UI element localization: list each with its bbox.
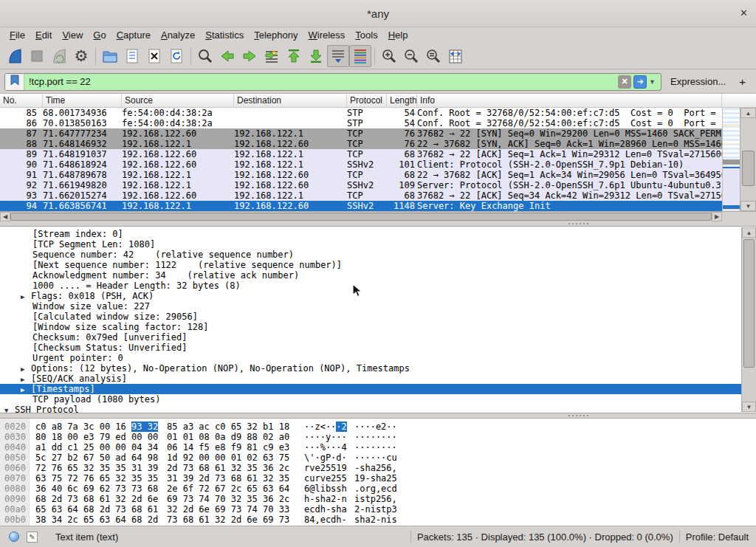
- hex-row-0040[interactable]: 0040a1 dd c1 25 00 00 04 3406 14 f5 e8 f…: [0, 442, 756, 453]
- packet-list-minimap[interactable]: [722, 108, 740, 211]
- scroll-left-icon[interactable]: ◀: [0, 212, 10, 221]
- hex-row-0070[interactable]: 007063 75 72 76 65 32 35 3531 39 2d 73 6…: [0, 473, 756, 484]
- expression-button[interactable]: Expression...: [662, 76, 733, 87]
- detail-item[interactable]: Window size value: 227: [0, 301, 741, 312]
- hex-row-0080[interactable]: 008036 40 6c 69 62 73 73 682e 6f 72 67 2…: [0, 484, 756, 494]
- zoom-in-button[interactable]: [378, 45, 400, 67]
- packet-row-85[interactable]: 8568.001734936fe:54:00:d4:38:2aSTP54Conf…: [0, 108, 722, 118]
- column-header-protocol[interactable]: Protocol: [347, 94, 387, 107]
- profile-status[interactable]: Profile: Default: [686, 531, 756, 543]
- detail-item[interactable]: [Calculated window size: 29056]: [0, 312, 741, 322]
- detail-item[interactable]: [Checksum Status: Unverified]: [0, 343, 741, 353]
- auto-scroll-toggle[interactable]: [327, 45, 349, 67]
- close-icon[interactable]: ✕: [740, 7, 748, 18]
- stop-capture-button[interactable]: [26, 45, 48, 67]
- menu-telephony[interactable]: Telephony: [249, 28, 303, 42]
- detail-item[interactable]: 1000 .... = Header Length: 32 bytes (8): [0, 281, 741, 291]
- menu-capture[interactable]: Capture: [111, 28, 156, 42]
- go-to-packet-button[interactable]: [261, 45, 283, 67]
- column-header-time[interactable]: Time: [43, 94, 122, 107]
- detail-tree-item[interactable]: ▼SSH Protocol: [0, 405, 741, 413]
- expert-info-icon[interactable]: [9, 531, 19, 542]
- menu-file[interactable]: File: [4, 28, 30, 42]
- menu-edit[interactable]: Edit: [30, 28, 57, 42]
- column-header-source[interactable]: Source: [122, 94, 234, 107]
- scroll-right-icon[interactable]: ▶: [712, 212, 722, 221]
- packet-row-89[interactable]: 8971.648191037192.168.122.60192.168.122.…: [0, 149, 722, 159]
- open-file-button[interactable]: [99, 45, 121, 67]
- go-first-button[interactable]: [283, 45, 305, 67]
- capture-comment-icon[interactable]: ✎: [27, 531, 38, 543]
- scroll-up-icon[interactable]: ▲: [742, 227, 756, 238]
- detail-item[interactable]: [Window size scaling factor: 128]: [0, 322, 741, 332]
- packet-row-87[interactable]: 8771.647777234192.168.122.60192.168.122.…: [0, 128, 722, 139]
- find-packet-button[interactable]: [194, 45, 216, 67]
- packet-row-88[interactable]: 8871.648146932192.168.122.1192.168.122.6…: [0, 139, 722, 149]
- detail-item[interactable]: [TCP Segment Len: 1080]: [0, 239, 741, 250]
- display-filter-input[interactable]: [24, 76, 618, 87]
- filter-apply-icon[interactable]: ➜: [633, 75, 647, 89]
- detail-tree-item[interactable]: ▶Options: (12 bytes), No-Operation (NOP)…: [0, 363, 741, 374]
- go-back-button[interactable]: [216, 45, 238, 67]
- scrollbar-thumb[interactable]: [743, 239, 755, 368]
- detail-tree-item[interactable]: ▶[Timestamps]: [0, 384, 741, 394]
- scroll-down-icon[interactable]: ▼: [740, 201, 756, 211]
- filter-dropdown-icon[interactable]: ▼: [649, 78, 658, 86]
- scrollbar-thumb[interactable]: [10, 213, 712, 221]
- zoom-original-button[interactable]: [422, 45, 444, 67]
- hex-row-0030[interactable]: 003080 18 00 e3 79 ed 00 0001 01 08 0a d…: [0, 432, 756, 442]
- scroll-down-icon[interactable]: ▼: [742, 402, 756, 412]
- menu-view[interactable]: View: [57, 28, 88, 42]
- close-file-button[interactable]: [143, 45, 165, 67]
- detail-item[interactable]: TCP payload (1080 bytes): [0, 394, 741, 405]
- hex-row-0050[interactable]: 00505c 27 b2 67 50 ad 64 981d 92 00 00 0…: [0, 453, 756, 463]
- menu-analyze[interactable]: Analyze: [156, 28, 200, 42]
- menu-statistics[interactable]: Statistics: [200, 28, 249, 42]
- reload-file-button[interactable]: [165, 45, 188, 67]
- hex-row-0060[interactable]: 006072 76 65 32 35 35 31 392d 73 68 61 3…: [0, 463, 756, 473]
- go-last-button[interactable]: [305, 45, 327, 67]
- packet-row-91[interactable]: 9171.648789678192.168.122.1192.168.122.6…: [0, 170, 722, 180]
- detail-item[interactable]: [Stream index: 0]: [0, 229, 741, 239]
- detail-item[interactable]: [Next sequence number: 1122 (relative se…: [0, 260, 741, 270]
- resize-columns-button[interactable]: [444, 45, 467, 67]
- detail-tree-item[interactable]: ▶Flags: 0x018 (PSH, ACK): [0, 291, 741, 301]
- zoom-out-button[interactable]: [400, 45, 422, 67]
- packet-row-86[interactable]: 8670.013850163fe:54:00:d4:38:2aSTP54Conf…: [0, 118, 722, 128]
- collapsed-arrow-icon[interactable]: ▶: [21, 292, 31, 301]
- detail-item[interactable]: Urgent pointer: 0: [0, 353, 741, 363]
- scrollbar-thumb[interactable]: [742, 151, 755, 186]
- packet-row-94[interactable]: 9471.663856741192.168.122.1192.168.122.6…: [0, 201, 722, 211]
- start-capture-button[interactable]: [4, 45, 26, 67]
- menu-go[interactable]: Go: [88, 28, 111, 42]
- filter-bookmark-button[interactable]: [5, 74, 24, 90]
- capture-options-button[interactable]: ⚙: [70, 45, 92, 67]
- column-header-length[interactable]: Length: [387, 94, 417, 107]
- column-header-no[interactable]: No.: [0, 94, 43, 107]
- hex-row-00a0[interactable]: 00a065 63 64 68 2d 73 68 6132 2d 6e 69 7…: [0, 504, 756, 515]
- hex-row-0090[interactable]: 009068 2d 73 68 61 32 2d 6e69 73 74 70 3…: [0, 494, 756, 504]
- restart-capture-button[interactable]: [48, 45, 70, 67]
- filter-add-button[interactable]: +: [733, 75, 752, 88]
- filter-clear-icon[interactable]: ✕: [618, 75, 631, 89]
- packet-row-93[interactable]: 9371.662015274192.168.122.60192.168.122.…: [0, 190, 722, 201]
- menu-help[interactable]: Help: [383, 28, 413, 42]
- hex-row-0020[interactable]: 0020c0 a8 7a 3c 00 16 93 3285 a3 ac c0 6…: [0, 422, 756, 432]
- detail-item[interactable]: Acknowledgment number: 34 (relative ack …: [0, 270, 741, 281]
- detail-item[interactable]: Sequence number: 42 (relative sequence n…: [0, 250, 741, 260]
- collapsed-arrow-icon[interactable]: ▶: [21, 364, 31, 374]
- column-header-info[interactable]: Info: [417, 94, 722, 107]
- packet-list-hscrollbar[interactable]: ◀ ▶: [0, 211, 722, 221]
- collapsed-arrow-icon[interactable]: ▶: [21, 374, 31, 384]
- details-vscrollbar[interactable]: ▲ ▼: [741, 227, 756, 412]
- hex-row-00b0[interactable]: 00b038 34 2c 65 63 64 68 2d73 68 61 32 2…: [0, 515, 756, 525]
- collapsed-arrow-icon[interactable]: ▶: [21, 385, 31, 394]
- expanded-arrow-icon[interactable]: ▼: [4, 405, 15, 413]
- packet-row-92[interactable]: 9271.661949820192.168.122.1192.168.122.6…: [0, 180, 722, 190]
- scroll-up-icon[interactable]: ▲: [740, 108, 756, 118]
- detail-item[interactable]: Checksum: 0x79ed [unverified]: [0, 332, 741, 343]
- save-file-button[interactable]: [121, 45, 143, 67]
- menu-wireless[interactable]: Wireless: [303, 28, 351, 42]
- menu-tools[interactable]: Tools: [350, 28, 382, 42]
- go-forward-button[interactable]: [238, 45, 261, 67]
